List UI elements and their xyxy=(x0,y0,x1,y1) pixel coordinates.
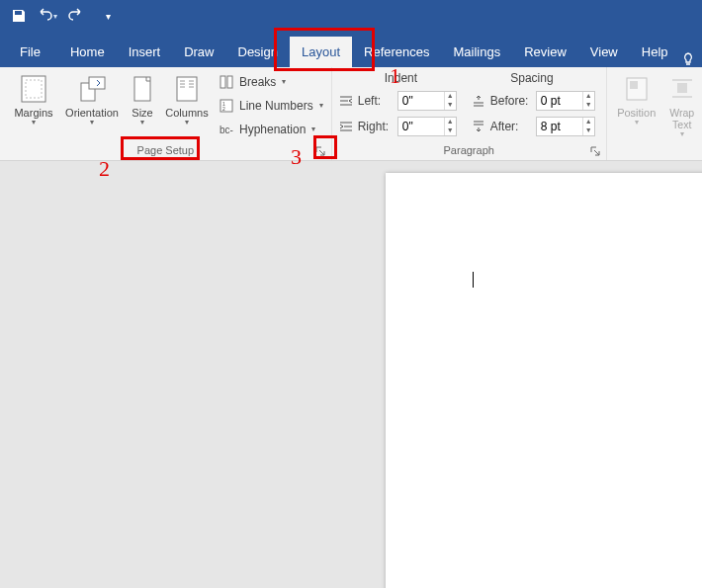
indent-left-field[interactable]: ▲▼ xyxy=(397,91,457,111)
size-button[interactable]: Size ▾ xyxy=(123,71,162,126)
dialog-launcher-icon xyxy=(590,146,600,156)
chevron-down-icon: ▾ xyxy=(680,129,684,138)
group-page-setup: Margins ▾ Orientation ▾ Size ▾ Columns ▾ xyxy=(0,67,332,160)
title-bar: ▾ ▾ xyxy=(0,0,702,32)
tab-layout[interactable]: Layout xyxy=(290,37,352,67)
spacing-before-label: Before: xyxy=(490,94,532,108)
group-paragraph: Indent Spacing Left: ▲▼ Before: ▲▼ xyxy=(332,67,607,160)
dialog-launcher-icon xyxy=(315,146,325,156)
text-cursor xyxy=(473,272,474,288)
breaks-button[interactable]: Breaks▾ xyxy=(216,71,325,93)
redo-icon xyxy=(68,8,84,24)
size-icon xyxy=(131,74,154,104)
spacing-header: Spacing xyxy=(464,71,599,85)
breaks-icon xyxy=(219,74,234,90)
spinner-up[interactable]: ▲ xyxy=(444,92,456,101)
annotation-label-3: 3 xyxy=(291,144,302,170)
svg-rect-3 xyxy=(89,77,105,89)
save-button[interactable] xyxy=(6,3,32,29)
tell-me-button[interactable] xyxy=(680,51,696,67)
customize-qat-button[interactable]: ▾ xyxy=(95,3,121,29)
spacing-before-field[interactable]: ▲▼ xyxy=(536,91,595,111)
save-icon xyxy=(11,8,27,24)
orientation-icon xyxy=(77,74,107,104)
tab-insert[interactable]: Insert xyxy=(117,37,173,67)
columns-icon xyxy=(174,74,200,104)
svg-rect-13 xyxy=(227,76,232,88)
undo-icon xyxy=(37,8,52,24)
spacing-before-icon xyxy=(471,94,486,108)
page-setup-launcher[interactable] xyxy=(313,144,327,158)
indent-left-input[interactable] xyxy=(398,94,444,108)
line-numbers-icon: 12 xyxy=(219,98,234,114)
lightbulb-icon xyxy=(680,51,696,67)
chevron-down-icon: ▾ xyxy=(90,118,94,126)
margins-icon xyxy=(20,74,47,104)
chevron-down-icon: ▾ xyxy=(282,77,286,86)
hyphenation-icon: bc‐ xyxy=(219,125,233,135)
document-area[interactable] xyxy=(0,161,702,588)
ribbon: Margins ▾ Orientation ▾ Size ▾ Columns ▾ xyxy=(0,67,702,161)
svg-rect-12 xyxy=(220,76,225,88)
chevron-down-icon: ▾ xyxy=(319,101,323,110)
indent-right-field[interactable]: ▲▼ xyxy=(397,117,457,136)
spacing-after-input[interactable] xyxy=(537,120,582,133)
wrap-text-button: Wrap Text ▾ xyxy=(660,71,702,138)
tab-file[interactable]: File xyxy=(8,37,58,67)
chevron-down-icon: ▾ xyxy=(140,118,144,126)
chevron-down-icon: ▾ xyxy=(32,118,36,126)
svg-rect-19 xyxy=(677,83,687,93)
annotation-label-2: 2 xyxy=(99,156,110,182)
spacing-before-input[interactable] xyxy=(537,94,582,108)
annotation-label-1: 1 xyxy=(390,63,400,89)
columns-button[interactable]: Columns ▾ xyxy=(162,71,212,126)
position-icon xyxy=(624,75,650,103)
spinner-up[interactable]: ▲ xyxy=(582,92,594,101)
ribbon-tabs: File Home Insert Draw Design Layout Refe… xyxy=(0,32,702,67)
spinner-down[interactable]: ▼ xyxy=(582,126,594,135)
tab-design[interactable]: Design xyxy=(226,37,290,67)
document-page[interactable] xyxy=(386,173,702,588)
indent-left-icon xyxy=(338,94,354,108)
line-numbers-button[interactable]: 12 Line Numbers▾ xyxy=(216,95,325,117)
indent-right-icon xyxy=(338,120,354,133)
spinner-down[interactable]: ▼ xyxy=(582,101,594,110)
spacing-after-icon xyxy=(471,120,486,133)
chevron-down-icon: ▾ xyxy=(635,118,639,126)
hyphenation-button[interactable]: bc‐ Hyphenation▾ xyxy=(216,119,325,140)
indent-header: Indent xyxy=(338,71,465,85)
undo-more-button[interactable]: ▾ xyxy=(53,12,57,21)
tab-review[interactable]: Review xyxy=(512,37,578,67)
spacing-after-label: After: xyxy=(490,120,532,133)
wrap-text-icon xyxy=(669,75,695,103)
paragraph-launcher[interactable] xyxy=(588,144,602,158)
spinner-down[interactable]: ▼ xyxy=(444,126,456,135)
customize-icon: ▾ xyxy=(106,11,111,22)
spinner-up[interactable]: ▲ xyxy=(444,118,456,126)
tab-home[interactable]: Home xyxy=(58,37,117,67)
spinner-down[interactable]: ▼ xyxy=(444,101,456,110)
orientation-button[interactable]: Orientation ▾ xyxy=(61,71,123,126)
svg-rect-18 xyxy=(630,81,638,89)
position-button: Position ▾ xyxy=(613,71,660,126)
tab-mailings[interactable]: Mailings xyxy=(442,37,513,67)
chevron-down-icon: ▾ xyxy=(185,118,189,126)
tab-draw[interactable]: Draw xyxy=(172,37,225,67)
spacing-after-field[interactable]: ▲▼ xyxy=(536,117,595,136)
chevron-down-icon: ▾ xyxy=(311,125,315,133)
tab-view[interactable]: View xyxy=(578,37,630,67)
redo-button[interactable] xyxy=(63,3,89,29)
group-arrange: Position ▾ Wrap Text ▾ xyxy=(607,67,702,160)
indent-right-input[interactable] xyxy=(398,120,444,133)
tab-help[interactable]: Help xyxy=(630,37,680,67)
spinner-up[interactable]: ▲ xyxy=(582,118,594,126)
group-label-paragraph: Paragraph xyxy=(444,144,494,156)
indent-right-label: Right: xyxy=(358,120,394,133)
group-label-page-setup: Page Setup xyxy=(137,144,195,156)
indent-left-label: Left: xyxy=(358,94,394,108)
svg-text:2: 2 xyxy=(222,106,225,112)
margins-button[interactable]: Margins ▾ xyxy=(6,71,61,126)
